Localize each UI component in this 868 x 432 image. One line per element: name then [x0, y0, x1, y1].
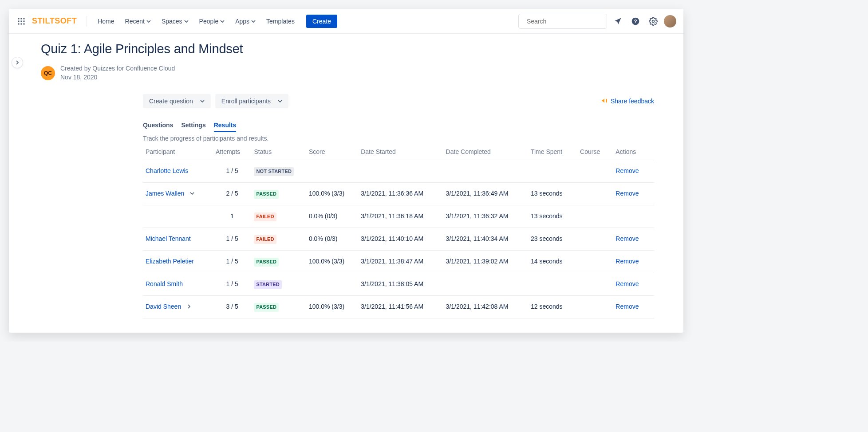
table-row: Ronald Smith 1 / 5STARTED3/1/2021, 11:38…: [143, 273, 654, 295]
remove-button[interactable]: Remove: [615, 235, 639, 242]
attempts-cell: 1: [213, 205, 251, 228]
nav-divider: [87, 16, 87, 27]
status-cell: PASSED: [251, 183, 306, 205]
tab-settings[interactable]: Settings: [181, 119, 205, 132]
svg-rect-6: [18, 23, 20, 24]
create-question-label: Create question: [149, 98, 193, 105]
tab-questions[interactable]: Questions: [143, 119, 173, 132]
search-box[interactable]: [518, 14, 607, 29]
date-completed-cell: 3/1/2021, 11:42:08 AM: [443, 295, 528, 318]
megaphone-icon: [601, 97, 608, 106]
date-completed-cell: [443, 160, 528, 183]
nav-apps[interactable]: Apps: [231, 15, 260, 27]
actions-cell: Remove: [613, 160, 654, 183]
svg-rect-5: [24, 20, 25, 22]
nav-people[interactable]: People: [195, 15, 229, 27]
table-header-row: Participant Attempts Status Score Date S…: [143, 145, 654, 160]
col-score: Score: [306, 145, 358, 160]
nav-home[interactable]: Home: [93, 15, 118, 27]
top-navigation: STILTSOFT Home Recent Spaces People Apps…: [9, 9, 683, 34]
svg-rect-1: [21, 18, 22, 19]
svg-rect-4: [21, 20, 22, 22]
participant-link[interactable]: Charlotte Lewis: [146, 166, 189, 175]
participant-link[interactable]: Michael Tennant: [146, 234, 191, 243]
notifications-icon[interactable]: [611, 14, 625, 28]
time-spent-cell: 12 seconds: [528, 295, 577, 318]
remove-button[interactable]: Remove: [615, 303, 639, 310]
date-completed-cell: 3/1/2021, 11:40:34 AM: [443, 228, 528, 251]
create-button[interactable]: Create: [306, 15, 337, 28]
settings-icon[interactable]: [646, 14, 660, 28]
col-time-spent: Time Spent: [528, 145, 577, 160]
date-started-cell: 3/1/2021, 11:36:18 AM: [358, 205, 443, 228]
date-completed-cell: 3/1/2021, 11:39:02 AM: [443, 250, 528, 273]
nav-recent[interactable]: Recent: [121, 15, 155, 27]
status-badge: PASSED: [254, 190, 279, 199]
participant-link[interactable]: Elizabeth Peletier: [146, 257, 194, 266]
status-cell: PASSED: [251, 250, 306, 273]
created-by-label: Created by Quizzes for Confluence Cloud: [60, 64, 175, 73]
score-cell: 100.0% (3/3): [306, 250, 358, 273]
user-avatar[interactable]: [664, 15, 676, 27]
help-icon[interactable]: ?: [628, 14, 643, 28]
actions-cell: Remove: [613, 250, 654, 273]
attempts-cell: 1 / 5: [213, 250, 251, 273]
course-cell: [577, 183, 613, 205]
participant-link[interactable]: Ronald Smith: [146, 279, 183, 288]
sidebar-expand-button[interactable]: [12, 57, 23, 68]
course-cell: [577, 205, 613, 228]
quiz-toolbar: Create question Enroll participants Shar…: [143, 94, 654, 108]
course-cell: [577, 160, 613, 183]
svg-rect-2: [24, 18, 25, 19]
date-started-cell: 3/1/2021, 11:36:36 AM: [358, 183, 443, 205]
participant-link[interactable]: David Sheen: [146, 302, 181, 311]
nav-spaces[interactable]: Spaces: [157, 15, 193, 27]
search-input[interactable]: [527, 18, 604, 25]
attempts-cell: 1 / 5: [213, 228, 251, 251]
enroll-participants-button[interactable]: Enroll participants: [215, 94, 288, 108]
remove-button[interactable]: Remove: [615, 258, 639, 265]
score-cell: 0.0% (0/3): [306, 228, 358, 251]
app-switcher-icon[interactable]: [16, 16, 27, 27]
brand-logo[interactable]: STILTSOFT: [30, 16, 80, 26]
score-cell: 100.0% (3/3): [306, 295, 358, 318]
participant-link[interactable]: James Wallen: [146, 189, 184, 198]
course-cell: [577, 250, 613, 273]
remove-button[interactable]: Remove: [615, 167, 639, 174]
nav-people-label: People: [199, 18, 219, 25]
expand-toggle-icon[interactable]: [189, 190, 196, 197]
attempts-cell: 1 / 5: [213, 273, 251, 295]
table-row: James Wallen 2 / 5PASSED100.0% (3/3)3/1/…: [143, 183, 654, 205]
chevron-down-icon: [278, 99, 282, 103]
date-started-cell: 3/1/2021, 11:41:56 AM: [358, 295, 443, 318]
course-cell: [577, 295, 613, 318]
tabs: Questions Settings Results: [143, 119, 654, 132]
score-cell: 100.0% (3/3): [306, 183, 358, 205]
remove-button[interactable]: Remove: [615, 280, 639, 287]
share-feedback-link[interactable]: Share feedback: [601, 97, 654, 106]
col-status: Status: [251, 145, 306, 160]
author-avatar[interactable]: QC: [41, 66, 55, 80]
nav-spaces-label: Spaces: [162, 18, 182, 25]
svg-point-13: [652, 20, 655, 22]
attempts-cell: 2 / 5: [213, 183, 251, 205]
date-started-cell: 3/1/2021, 11:40:10 AM: [358, 228, 443, 251]
chevron-down-icon: [146, 19, 151, 24]
chevron-down-icon: [184, 19, 189, 24]
date-completed-cell: 3/1/2021, 11:36:49 AM: [443, 183, 528, 205]
date-completed-cell: 3/1/2021, 11:36:32 AM: [443, 205, 528, 228]
score-cell: [306, 273, 358, 295]
status-badge: FAILED: [254, 235, 276, 244]
create-question-button[interactable]: Create question: [143, 94, 211, 108]
course-cell: [577, 273, 613, 295]
page-body: Quiz 1: Agile Principles and Mindset QC …: [9, 34, 683, 333]
remove-button[interactable]: Remove: [615, 190, 639, 197]
nav-templates[interactable]: Templates: [262, 15, 299, 27]
date-started-cell: [358, 160, 443, 183]
expand-toggle-icon[interactable]: [185, 303, 193, 310]
time-spent-cell: 13 seconds: [528, 183, 577, 205]
chevron-down-icon: [200, 99, 205, 103]
share-feedback-label: Share feedback: [611, 98, 654, 105]
status-badge: FAILED: [254, 212, 276, 221]
tab-results[interactable]: Results: [214, 119, 237, 132]
